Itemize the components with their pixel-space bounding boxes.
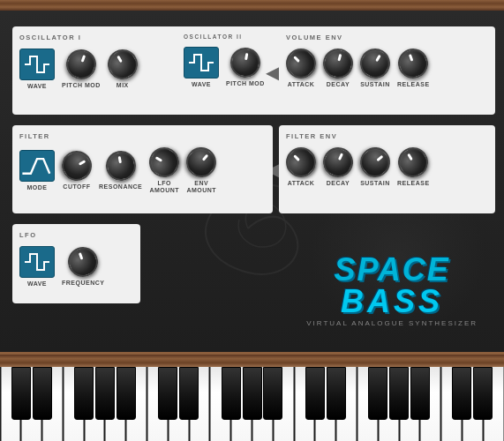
lfo-wave-label: WAVE: [27, 280, 47, 288]
black-key[interactable]: [179, 367, 199, 420]
black-key[interactable]: [305, 367, 325, 420]
filter-env-attack-knob[interactable]: [280, 141, 322, 183]
osc2-wave-display[interactable]: [184, 47, 219, 78]
filter-resonance-knob[interactable]: [103, 148, 138, 183]
filter-env-decay-control: DECAY: [323, 147, 353, 187]
osc1-mix-label: MIX: [117, 82, 129, 89]
lfo-label: LFO: [19, 231, 133, 239]
black-key[interactable]: [410, 367, 430, 420]
vol-env-sustain-knob[interactable]: [355, 43, 395, 84]
osc2-pitch-mod-knob[interactable]: [228, 45, 262, 79]
filter-cutoff-control: CUTOFF: [62, 151, 92, 191]
black-key[interactable]: [263, 367, 282, 420]
wood-bottom-border: [0, 355, 504, 367]
keys-wrapper: [0, 367, 504, 441]
vol-env-controls: ATTACK DECAY SUSTAIN RELEASE: [286, 49, 488, 88]
osc1-wave-display[interactable]: [19, 49, 55, 80]
black-key[interactable]: [368, 367, 387, 420]
filter-env-release-label: RELEASE: [397, 180, 430, 187]
vol-env-attack-label: ATTACK: [288, 81, 315, 88]
logo-bass-text: BASS: [306, 286, 478, 318]
lfo-frequency-control: FREQUENCY: [62, 247, 104, 287]
black-key[interactable]: [243, 367, 262, 420]
filter-env-attack-label: ATTACK: [288, 180, 315, 187]
black-key[interactable]: [74, 367, 94, 420]
osc2-wave-control: WAVE: [184, 47, 219, 88]
volume-env-panel: VOLUME ENV ATTACK DECAY SUSTAIN RELEASE: [279, 26, 495, 115]
filter-mode-display[interactable]: [19, 150, 55, 182]
vol-env-release-knob[interactable]: [394, 44, 433, 83]
black-key[interactable]: [33, 367, 52, 420]
black-key[interactable]: [452, 367, 471, 420]
vol-env-decay-knob[interactable]: [320, 45, 357, 82]
filter-env-decay-label: DECAY: [327, 180, 350, 187]
vol-env-release-label: RELEASE: [397, 81, 430, 88]
filter-controls: MODE CUTOFF RESONANCE LFOAMOUNT ENVAMOUN…: [19, 147, 266, 195]
filter-env-amount-control: ENVAMOUNT: [186, 147, 216, 195]
filter-lfo-amount-knob[interactable]: [144, 142, 184, 183]
lfo-wave-display[interactable]: [19, 246, 55, 278]
black-key[interactable]: [473, 367, 493, 420]
vol-env-sustain-control: SUSTAIN: [360, 49, 390, 88]
black-key[interactable]: [222, 367, 241, 420]
filter-env-panel: FILTER ENV ATTACK DECAY SUSTAIN RELEASE: [279, 125, 495, 213]
filter-label: FILTER: [19, 132, 266, 140]
filter-env-controls: ATTACK DECAY SUSTAIN RELEASE: [286, 147, 488, 187]
black-key[interactable]: [158, 367, 177, 420]
osc1-wave-control: WAVE: [19, 49, 55, 90]
wood-top: [0, 0, 504, 11]
filter-env-attack-control: ATTACK: [286, 147, 316, 187]
lfo-wave-control: WAVE: [19, 246, 55, 288]
osc1-wave-label: WAVE: [27, 83, 47, 90]
osc2-pitch-mod-control: PITCH MOD: [226, 48, 265, 87]
vol-env-release-control: RELEASE: [397, 49, 430, 88]
synth-body: OSCILLATOR I WAVE PITCH MOD MIX OSCILLA: [0, 11, 504, 355]
black-key[interactable]: [389, 367, 409, 420]
filter-mode-label: MODE: [27, 184, 48, 191]
filter-env-decay-knob[interactable]: [318, 142, 357, 182]
filter-lfo-amount-label: LFOAMOUNT: [149, 180, 179, 195]
filter-cutoff-knob[interactable]: [56, 146, 97, 186]
filter-env-sustain-knob[interactable]: [354, 141, 396, 183]
filter-env-sustain-control: SUSTAIN: [360, 147, 390, 187]
vol-env-decay-control: DECAY: [323, 49, 353, 88]
vol-env-attack-control: ATTACK: [286, 49, 316, 88]
filter-env-release-control: RELEASE: [397, 147, 430, 187]
lfo-controls: WAVE FREQUENCY: [19, 246, 133, 288]
osc1-mix-knob[interactable]: [102, 44, 143, 85]
vol-env-sustain-label: SUSTAIN: [360, 81, 390, 88]
osc1-pitch-mod-control: PITCH MOD: [62, 49, 101, 89]
osc-to-volenv-arrow: ◀: [266, 62, 279, 83]
logo-space-text: SPACE: [306, 254, 478, 286]
osc2-pitch-mod-label: PITCH MOD: [226, 80, 265, 87]
lfo-frequency-label: FREQUENCY: [62, 280, 104, 287]
piano-keyboard[interactable]: [0, 367, 504, 441]
black-key[interactable]: [327, 367, 346, 420]
vol-env-attack-knob[interactable]: [280, 42, 322, 85]
osc1-pitch-mod-knob[interactable]: [62, 45, 101, 84]
osc1-pitch-mod-label: PITCH MOD: [62, 82, 101, 89]
osc1-mix-control: MIX: [108, 49, 138, 89]
logo-subtitle-text: VIRTUAL ANALOGUE SYNTHESIZER: [306, 319, 478, 327]
lfo-panel: LFO WAVE FREQUENCY: [12, 224, 140, 303]
lfo-frequency-knob[interactable]: [64, 243, 102, 281]
filter-lfo-amount-control: LFOAMOUNT: [149, 147, 179, 195]
filter-mode-control: MODE: [19, 150, 55, 191]
filter-env-amount-label: ENVAMOUNT: [186, 180, 216, 195]
filter-env-amount-knob[interactable]: [180, 141, 222, 183]
filter-panel: FILTER MODE CUTOFF RESONANCE LFOAM: [12, 125, 273, 213]
filter-env-label: FILTER ENV: [286, 132, 488, 140]
filter-env-sustain-label: SUSTAIN: [360, 180, 390, 187]
filter-resonance-control: RESONANCE: [99, 151, 142, 191]
filter-env-release-knob[interactable]: [393, 142, 433, 183]
black-key[interactable]: [11, 367, 31, 420]
osc2-label: OSCILLATOR II: [184, 34, 289, 40]
black-key[interactable]: [117, 367, 136, 420]
osc2-wave-label: WAVE: [192, 81, 211, 88]
filter-cutoff-label: CUTOFF: [63, 183, 90, 191]
black-key[interactable]: [95, 367, 115, 420]
filter-resonance-label: RESONANCE: [99, 183, 142, 191]
logo-area: SPACE BASS VIRTUAL ANALOGUE SYNTHESIZER: [306, 254, 478, 327]
vol-env-label: VOLUME ENV: [286, 34, 488, 41]
vol-env-decay-label: DECAY: [327, 81, 350, 88]
